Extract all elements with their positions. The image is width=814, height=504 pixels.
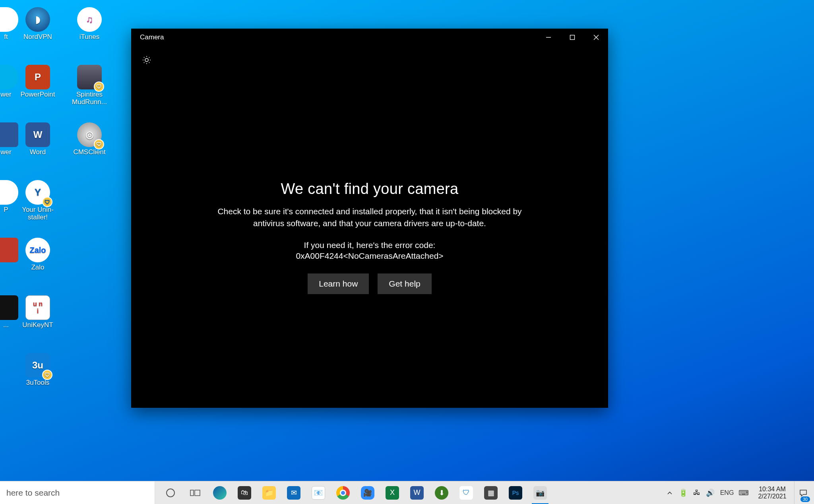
desktop-icon-zalo[interactable]: ZaloZalo — [12, 235, 64, 292]
desktop: ft ◗NordVPN ♫iTunes wer PPowerPoint 🛡Spi… — [0, 0, 814, 504]
system-tray: 🔋 🖧 🔊 ENG ⌨ 10:34 AM 2/27/2021 30 — [663, 481, 814, 504]
taskbar: here to search 🛍 📁 ✉ 📧 🎥 X W ⬇ 🛡 ▦ Ps 📷 … — [0, 481, 814, 504]
gear-icon — [142, 55, 151, 65]
store-button[interactable]: 🛍 — [232, 481, 257, 504]
error-panel: We can't find your camera Check to be su… — [215, 180, 525, 294]
desktop-icon-cmsclient[interactable]: ◎🛡CMSClient — [64, 119, 115, 177]
desktop-icon-powerpoint[interactable]: PPowerPoint — [12, 62, 64, 119]
desktop-icon-grid: ft ◗NordVPN ♫iTunes wer PPowerPoint 🛡Spi… — [0, 4, 115, 407]
mail-button[interactable]: ✉ — [281, 481, 306, 504]
learn-how-button[interactable]: Learn how — [308, 273, 369, 294]
desktop-icon-itunes[interactable]: ♫iTunes — [64, 4, 115, 62]
desktop-icon-partial-4[interactable] — [0, 235, 12, 292]
ime-icon[interactable]: ⌨ — [737, 481, 750, 504]
desktop-icon-partial-3[interactable]: P — [0, 177, 12, 235]
search-placeholder: here to search — [6, 488, 60, 498]
zoom-button[interactable]: 🎥 — [355, 481, 380, 504]
tray-overflow-button[interactable] — [663, 481, 676, 504]
error-heading: We can't find your camera — [215, 180, 525, 198]
maximize-button[interactable] — [560, 29, 584, 46]
desktop-icon-partial-1[interactable]: wer — [0, 62, 12, 119]
search-input[interactable]: here to search — [0, 481, 155, 504]
minimize-icon — [546, 35, 551, 40]
chrome-button[interactable] — [331, 481, 355, 504]
camera-taskbar-button[interactable]: 📷 — [528, 481, 552, 504]
explorer-button[interactable]: 📁 — [257, 481, 281, 504]
volume-icon[interactable]: 🔊 — [704, 481, 717, 504]
camera-window: Camera We — [131, 29, 608, 408]
svg-rect-6 — [195, 490, 200, 496]
language-indicator[interactable]: ENG — [717, 481, 737, 504]
desktop-icon-word[interactable]: WWord — [12, 119, 64, 177]
desktop-icon-partial-0[interactable]: ft — [0, 4, 12, 62]
desktop-icon-partial-2[interactable]: wer — [0, 119, 12, 177]
taskview-icon — [190, 489, 200, 497]
taskbar-pinned: 🛍 📁 ✉ 📧 🎥 X W ⬇ 🛡 ▦ Ps 📷 — [158, 481, 552, 504]
notification-badge: 30 — [800, 496, 810, 502]
word-button[interactable]: W — [405, 481, 429, 504]
error-body: Check to be sure it's connected and inst… — [215, 205, 525, 229]
window-title: Camera — [131, 33, 164, 41]
excel-button[interactable]: X — [380, 481, 405, 504]
outlook-button[interactable]: 📧 — [306, 481, 331, 504]
desktop-icon-unikeynt[interactable]: u niUniKeyNT — [12, 292, 64, 350]
photoshop-button[interactable]: Ps — [503, 481, 528, 504]
desktop-icon-3utools[interactable]: 3u🛡3uTools — [12, 350, 64, 407]
chevron-up-icon — [667, 490, 673, 496]
task-view-button[interactable] — [183, 481, 207, 504]
get-help-button[interactable]: Get help — [378, 273, 431, 294]
battery-icon[interactable]: 🔋 — [676, 481, 690, 504]
notification-icon — [799, 488, 808, 497]
titlebar: Camera — [131, 29, 608, 46]
minimize-button[interactable] — [537, 29, 560, 46]
network-icon[interactable]: 🖧 — [690, 481, 704, 504]
svg-point-4 — [167, 489, 174, 497]
security-button[interactable]: 🛡 — [454, 481, 479, 504]
error-code-intro: If you need it, here's the error code: — [215, 239, 525, 251]
settings-button[interactable] — [140, 53, 153, 67]
unknown-app-button[interactable]: ▦ — [479, 481, 503, 504]
desktop-icon-partial-5[interactable]: ... — [0, 292, 12, 350]
idm-button[interactable]: ⬇ — [429, 481, 454, 504]
window-controls — [537, 29, 608, 46]
action-center-button[interactable]: 30 — [794, 481, 812, 504]
desktop-icon-youruninstaller[interactable]: Y🛡Your Unin-staller! — [12, 177, 64, 235]
clock[interactable]: 10:34 AM 2/27/2021 — [750, 486, 794, 500]
edge-button[interactable] — [207, 481, 232, 504]
svg-rect-5 — [190, 490, 194, 496]
clock-time: 10:34 AM — [750, 486, 794, 493]
error-code: 0xA00F4244<NoCamerasAreAttached> — [215, 251, 525, 261]
svg-rect-1 — [570, 35, 575, 40]
close-icon — [593, 35, 599, 40]
close-button[interactable] — [584, 29, 608, 46]
desktop-icon-spintires[interactable]: 🛡Spintires MudRunn... — [64, 62, 115, 119]
clock-date: 2/27/2021 — [750, 493, 794, 500]
maximize-icon — [570, 35, 575, 40]
desktop-icon-nordvpn[interactable]: ◗NordVPN — [12, 4, 64, 62]
circle-icon — [165, 488, 176, 498]
cortana-button[interactable] — [158, 481, 183, 504]
